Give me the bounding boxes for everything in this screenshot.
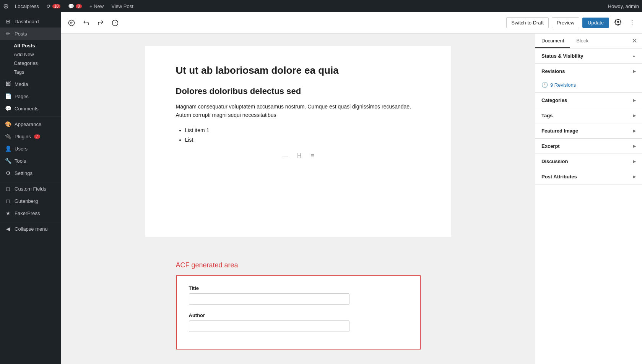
sidebar-label-gutenberg: Gutenberg [15,198,38,204]
preview-button[interactable]: Preview [552,17,579,28]
block-heading-btn[interactable]: H [294,151,305,161]
post-list[interactable]: List item 1 List [176,126,421,145]
chevron-right-icon-4: ▶ [633,129,636,133]
updates-icon: ⟳ [47,3,51,9]
sidebar-sub-add-new[interactable]: Add New [14,50,61,59]
sidebar-item-media[interactable]: 🖼 Media [0,78,61,90]
switch-to-draft-button[interactable]: Switch to Draft [506,17,549,28]
sidebar-label-dashboard: Dashboard [15,19,39,24]
sidebar-item-dashboard[interactable]: ⊞ Dashboard [0,15,61,28]
more-options-button[interactable]: ⋮ [627,17,637,29]
tab-block[interactable]: Block [570,34,595,48]
post-title[interactable]: Ut ut ab laboriosam dolore ea quia [176,64,421,77]
sidebar-sub-all-posts[interactable]: All Posts [14,41,61,50]
editor-content[interactable]: Ut ut ab laboriosam dolore ea quia Dolor… [61,34,535,364]
sidebar-item-posts[interactable]: ✏ Posts [0,28,61,40]
sidebar-label-pages: Pages [15,94,29,99]
acf-author-input[interactable] [189,320,349,332]
section-categories: Categories ▶ [535,93,642,108]
sidebar-item-users[interactable]: 👤 Users [0,142,61,155]
section-categories-label: Categories [541,97,567,103]
sidebar-item-pages[interactable]: 📄 Pages [0,90,61,102]
dashboard-icon: ⊞ [5,18,11,24]
section-tags-label: Tags [541,113,553,118]
block-list-btn[interactable]: ≡ [308,151,317,161]
section-featured-image: Featured Image ▶ [535,123,642,139]
editor-body: Ut ut ab laboriosam dolore ea quia Dolor… [61,34,642,364]
sidebar-item-gutenberg[interactable]: ◻ Gutenberg [0,195,61,207]
acf-title-input[interactable] [189,293,349,305]
block-insert-toolbar: — H ≡ [176,145,421,167]
sidebar-item-settings[interactable]: ⚙ Settings [0,167,61,179]
site-name[interactable]: Localpress [13,3,41,9]
list-item[interactable]: List item 1 [185,126,421,135]
section-tags-header[interactable]: Tags ▶ [535,108,642,123]
updates-link[interactable]: ⟳ 10 [45,3,62,9]
tools-icon: 🔧 [5,158,11,164]
editor-wrapper: Switch to Draft Preview Update ⋮ Ut ut a… [61,12,642,364]
comments-link[interactable]: 💬 0 [67,3,83,9]
post-paragraph[interactable]: Magnam consequatur voluptatem accusamus … [176,102,421,120]
sidebar-label-appearance: Appearance [15,121,41,127]
acf-field-title-label: Title [189,285,408,291]
new-content-link[interactable]: + New [88,3,105,9]
sidebar-sub-tags[interactable]: Tags [14,68,61,76]
fakerpress-icon: ★ [5,210,11,216]
info-button[interactable] [109,17,121,29]
right-sidebar: Document Block ✕ Status & Visibility ▲ R… [535,34,642,364]
sidebar-divider-1 [0,116,61,116]
section-tags: Tags ▶ [535,108,642,123]
plugins-badge: 7 [34,134,40,139]
sidebar-item-fakerpress[interactable]: ★ FakerPress [0,207,61,219]
tab-document[interactable]: Document [535,34,570,48]
section-discussion-header[interactable]: Discussion ▶ [535,154,642,169]
sidebar-item-tools[interactable]: 🔧 Tools [0,155,61,167]
list-item[interactable]: List [185,135,421,145]
update-button[interactable]: Update [582,18,609,28]
undo-button[interactable] [80,17,92,29]
sidebar-item-comments[interactable]: 💬 Comments [0,102,61,115]
settings-icon: ⚙ [5,170,11,176]
svg-point-5 [617,21,619,23]
sidebar-item-plugins[interactable]: 🔌 Plugins 7 [0,130,61,142]
view-post-link[interactable]: View Post [110,3,135,9]
section-categories-header[interactable]: Categories ▶ [535,93,642,108]
block-minus-btn[interactable]: — [279,151,291,161]
section-post-attributes-header[interactable]: Post Attributes ▶ [535,169,642,184]
redo-button[interactable] [95,17,106,29]
section-revisions-header[interactable]: Revisions ▶ [535,64,642,79]
chevron-down-icon: ▲ [632,54,636,58]
custom-fields-icon: ◻ [5,186,11,192]
revisions-content: 🕐 9 Revisions [535,79,642,92]
section-status-visibility-label: Status & Visibility [541,53,583,59]
sidebar-label-plugins: Plugins [15,134,31,139]
acf-form: Title Author [176,275,421,349]
section-post-attributes-label: Post Attributes [541,174,577,180]
chevron-right-icon: ▶ [633,69,636,73]
sidebar-item-custom-fields[interactable]: ◻ Custom Fields [0,183,61,195]
acf-field-title: Title [189,285,408,305]
sidebar-label-settings: Settings [15,170,33,176]
collapse-icon: ◀ [5,226,11,232]
section-discussion-label: Discussion [541,159,568,164]
section-featured-image-header[interactable]: Featured Image ▶ [535,123,642,138]
section-excerpt-label: Excerpt [541,143,560,149]
back-button[interactable] [66,17,77,29]
settings-toggle-button[interactable] [612,16,624,29]
collapse-menu-btn[interactable]: ◀ Collapse menu [0,223,61,235]
section-revisions-label: Revisions [541,68,565,74]
sidebar-label-fakerpress: FakerPress [15,210,40,216]
editor-toolbar: Switch to Draft Preview Update ⋮ [61,12,642,34]
posts-icon: ✏ [5,31,11,37]
sidebar-label-users: Users [15,146,28,152]
sidebar-label-posts: Posts [15,31,27,37]
sidebar-item-appearance[interactable]: 🎨 Appearance [0,118,61,130]
post-heading[interactable]: Dolores doloribus delectus sed [176,86,421,96]
collapse-label: Collapse menu [15,226,48,232]
sidebar-sub-categories[interactable]: Categories [14,59,61,68]
sidebar-divider-2 [0,181,61,181]
section-excerpt-header[interactable]: Excerpt ▶ [535,139,642,154]
section-status-visibility-header[interactable]: Status & Visibility ▲ [535,49,642,63]
sidebar-close-button[interactable]: ✕ [627,34,642,48]
revisions-link[interactable]: 🕐 9 Revisions [541,82,636,88]
